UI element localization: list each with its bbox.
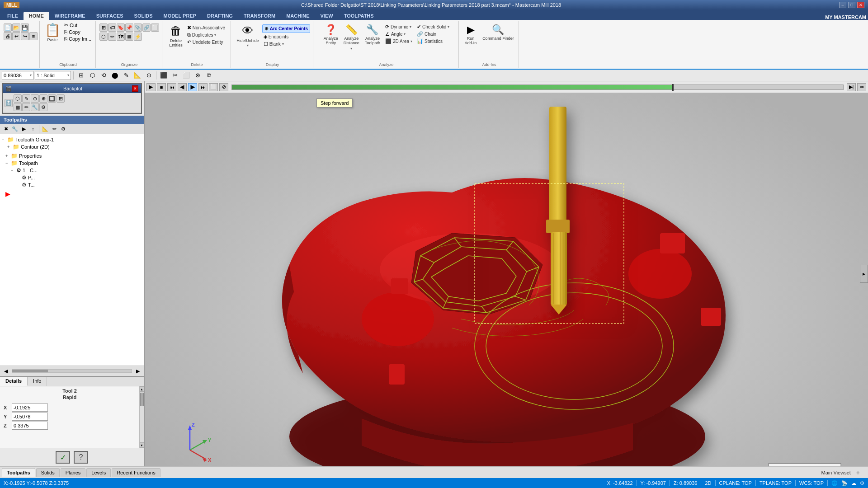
tab-transform[interactable]: TRANSFORM [238,12,281,20]
backplot-tb-3[interactable]: ✎ [22,94,30,103]
copy-button[interactable]: ⎘ Copy [63,29,93,35]
one-c-row[interactable]: − ⚙ 1 - C... [11,167,142,174]
paste-button[interactable]: 📋 Paste [43,22,61,43]
backplot-close-button[interactable]: ✕ [132,85,138,92]
toolbar-btn-12[interactable]: ⧉ [204,70,214,80]
tp-tb-2[interactable]: 🔧 [11,125,19,133]
toolbar-btn-11[interactable]: ⊗ [193,70,203,80]
sub-p-row[interactable]: ⚙ P... [16,174,142,181]
verify-button[interactable]: ⬜ [209,83,218,91]
undo-button[interactable]: ↩ [12,32,20,40]
backplot-tb-2[interactable]: ⬡ [14,94,22,103]
blank-button[interactable]: ☐ Blank ▾ [262,41,310,47]
cut-button[interactable]: ✂ Cut [63,22,93,28]
toolbar-btn-1[interactable]: ⊞ [76,70,86,80]
maximize-button[interactable]: □ [848,2,855,8]
chain-button[interactable]: 🔗 Chain [415,31,451,38]
view-combo[interactable]: 1 : Solid ▾ [35,71,71,80]
record-button[interactable]: ⊘ [219,83,228,91]
scroll-left-button[interactable]: ◀ [2,367,10,375]
toolpath-row[interactable]: − 📁 Toolpath [5,160,142,167]
expand-button[interactable]: ⇔ [857,83,866,91]
viewport[interactable]: ▶ ■ ⏮ ◀| |▶ ⏭ ⬜ ⊘ ▶| ⇔ Step forward [145,81,868,466]
print-button[interactable]: 🖨 [4,32,12,40]
duplicates-button[interactable]: ⧉ Duplicates ▾ [186,32,226,38]
delete-entities-button[interactable]: 🗑 DeleteEntities [167,23,184,49]
organize-btn-11[interactable]: 🔳 [125,33,133,41]
backplot-tb-5[interactable]: ⊕ [39,94,47,103]
dynamic-button[interactable]: ⟳ Dynamic ▾ [384,23,414,30]
undelete-entity-button[interactable]: ↶ Undelete Entity [186,39,226,46]
tp-tb-3[interactable]: ▶ [20,125,28,133]
tab-home[interactable]: HOME [24,12,49,20]
ok-button[interactable]: ✓ [56,451,70,464]
scroll-right-button[interactable]: ▶ [134,367,142,375]
tp-tb-7[interactable]: ⚙ [59,125,67,133]
extra-button[interactable]: ≡ [29,32,38,40]
backplot-tb-4[interactable]: ⊙ [31,94,39,103]
arc-center-points-button[interactable]: ⊕ Arc Center Points [262,24,310,33]
progress-handle[interactable] [672,84,674,91]
organize-btn-9[interactable]: ✏ [108,33,116,41]
tab-details[interactable]: Details [0,377,28,386]
network-icon[interactable]: 📡 [841,480,848,486]
x-input[interactable] [12,404,48,412]
command-finder-button[interactable]: 🔍 Command Finder [481,23,516,42]
organize-btn-3[interactable]: 🔖 [117,23,125,32]
btab-solids[interactable]: Solids [36,468,60,477]
toolbar-btn-6[interactable]: 📐 [132,70,142,80]
tab-surfaces[interactable]: SURFACES [91,12,129,20]
analyze-entity-button[interactable]: ❓ AnalyzeEntity [322,23,340,47]
organize-btn-7[interactable]: ⬜ [151,23,159,32]
check-solid-button[interactable]: ✔ Check Solid ▾ [415,23,451,30]
tp-tb-1[interactable]: ✖ [2,125,10,133]
scroll-down-btn[interactable]: ▼ [140,442,144,448]
analyze-distance-button[interactable]: 📏 AnalyzeDistance ▾ [342,23,361,52]
organize-btn-6[interactable]: 🔗 [142,23,151,32]
tp-tb-5[interactable]: 📐 [41,125,49,133]
btab-toolpaths[interactable]: Toolpaths [2,468,35,477]
endpoints-button[interactable]: ◈ Endpoints [262,33,310,40]
btab-levels[interactable]: Levels [86,468,111,477]
toolpath-group-row[interactable]: − 📁 Toolpath Group-1 [2,136,142,143]
organize-btn-12[interactable]: ⚡ [134,33,142,41]
sub-t-row[interactable]: ⚙ T... [16,181,142,188]
statistics-button[interactable]: 📊 Statistics [415,38,451,45]
tab-wireframe[interactable]: WIREFRAME [49,12,91,20]
toolbar-btn-7[interactable]: ⊙ [144,70,154,80]
progress-track[interactable] [231,84,844,90]
tab-file[interactable]: FILE [2,12,24,20]
backplot-tb-8[interactable]: ▩ [14,103,22,111]
non-associative-button[interactable]: ✖ Non-Associative [186,24,226,31]
organize-btn-8[interactable]: ⬡ [99,33,108,41]
save-file-button[interactable]: 💾 [21,23,29,32]
copy-impl-button[interactable]: ⎘ Copy Im... [63,36,93,42]
toolbar-btn-2[interactable]: ⬡ [87,70,97,80]
tab-model-prep[interactable]: MODEL PREP [158,12,202,20]
step-forward-button[interactable]: |▶ [188,83,197,91]
backplot-tb-1[interactable]: 🔝 [5,99,13,107]
scroll-track[interactable] [12,369,132,373]
organize-btn-4[interactable]: 📌 [125,23,133,32]
backplot-tb-6[interactable]: 🔲 [48,94,56,103]
collapse-right-button[interactable]: ▶| [847,83,856,91]
scroll-up-btn[interactable]: ▲ [140,386,144,392]
tp-tb-4[interactable]: ↑ [29,125,37,133]
fast-forward-button[interactable]: ⏭ [198,83,208,91]
contour-row[interactable]: + 📁 Contour (2D) [7,143,142,150]
organize-btn-1[interactable]: ⊞ [99,23,108,32]
z-input[interactable] [12,422,48,430]
redo-button[interactable]: ↪ [21,32,29,40]
toolbar-btn-3[interactable]: ⟲ [99,70,108,80]
cloud-icon[interactable]: ☁ [851,480,856,486]
stop-button[interactable]: ■ [157,83,166,91]
backplot-tb-10[interactable]: 🔧 [31,103,39,111]
tp-tb-6[interactable]: ✏ [50,125,58,133]
2d-area-button[interactable]: ⬛ 2D Area ▾ [384,38,414,45]
organize-btn-5[interactable]: 📎 [134,23,142,32]
tab-solids[interactable]: SOLIDS [129,12,158,20]
toolbar-btn-4[interactable]: ⬤ [110,70,120,80]
backplot-tb-7[interactable]: ⊞ [57,94,65,103]
minimize-button[interactable]: – [839,2,846,8]
globe-icon[interactable]: 🌐 [831,480,838,486]
